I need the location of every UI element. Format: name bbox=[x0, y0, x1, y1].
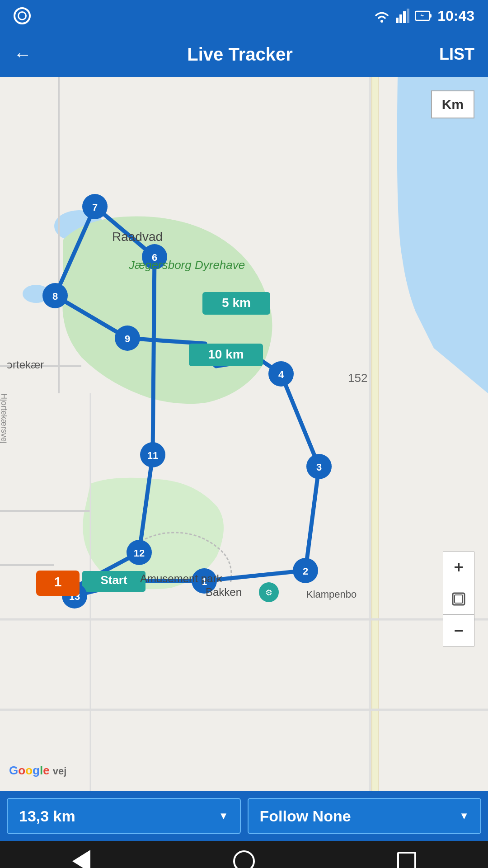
status-bar: 10:43 bbox=[0, 0, 488, 32]
svg-text:2: 2 bbox=[303, 566, 308, 577]
svg-text:Klampenbo: Klampenbo bbox=[306, 589, 357, 600]
svg-text:8: 8 bbox=[52, 291, 58, 302]
zoom-out-button[interactable]: − bbox=[443, 615, 474, 646]
svg-text:⚙: ⚙ bbox=[265, 588, 272, 597]
svg-rect-3 bbox=[403, 11, 406, 23]
svg-rect-2 bbox=[399, 14, 402, 23]
status-time: 10:43 bbox=[437, 8, 474, 24]
bottom-bar: 13,3 km ▼ Follow None ▼ bbox=[0, 791, 488, 841]
status-indicator-icon bbox=[14, 7, 31, 24]
signal-icon bbox=[396, 9, 409, 23]
svg-text:5 km: 5 km bbox=[222, 296, 251, 310]
svg-rect-62 bbox=[455, 595, 463, 603]
wifi-icon bbox=[373, 9, 390, 23]
follow-dropdown[interactable]: Follow None ▼ bbox=[248, 798, 482, 834]
svg-text:3: 3 bbox=[316, 462, 322, 473]
google-logo: Google vej bbox=[9, 764, 66, 778]
svg-text:10 km: 10 km bbox=[208, 347, 244, 361]
follow-arrow-icon: ▼ bbox=[459, 810, 469, 822]
home-circle-icon bbox=[233, 850, 255, 868]
nav-bar bbox=[0, 841, 488, 868]
nav-home-button[interactable] bbox=[230, 848, 258, 868]
status-right: 10:43 bbox=[373, 8, 474, 24]
svg-text:12: 12 bbox=[134, 547, 145, 559]
distance-dropdown[interactable]: 13,3 km ▼ bbox=[7, 798, 241, 834]
page-title: Live Tracker bbox=[41, 44, 439, 65]
svg-text:1: 1 bbox=[54, 574, 62, 589]
map-background: ⚙ 5 km 10 km Start 1 2 3 4 6 7 8 bbox=[0, 77, 488, 791]
layers-icon bbox=[450, 590, 467, 608]
battery-icon bbox=[415, 9, 432, 22]
svg-text:Jægersborg Dyrehave: Jægersborg Dyrehave bbox=[128, 258, 245, 272]
svg-point-0 bbox=[380, 20, 383, 23]
svg-text:Hjortekærsvej: Hjortekærsvej bbox=[0, 393, 9, 443]
svg-rect-6 bbox=[430, 14, 432, 18]
zoom-controls: + − bbox=[443, 552, 474, 646]
back-button[interactable]: ← bbox=[14, 40, 41, 69]
zoom-in-button[interactable]: + bbox=[443, 552, 474, 583]
svg-marker-7 bbox=[420, 13, 424, 19]
svg-text:ɔrtekær: ɔrtekær bbox=[7, 359, 44, 371]
back-triangle-icon bbox=[72, 850, 90, 868]
svg-rect-4 bbox=[407, 9, 409, 23]
svg-text:Start: Start bbox=[100, 573, 127, 587]
map-area[interactable]: ⚙ 5 km 10 km Start 1 2 3 4 6 7 8 bbox=[0, 77, 488, 791]
svg-text:9: 9 bbox=[125, 333, 130, 344]
list-button[interactable]: LIST bbox=[439, 45, 474, 64]
svg-text:152: 152 bbox=[348, 371, 367, 385]
svg-rect-1 bbox=[396, 18, 399, 23]
zoom-map-button[interactable] bbox=[443, 583, 474, 615]
distance-arrow-icon: ▼ bbox=[219, 810, 229, 822]
svg-text:11: 11 bbox=[147, 450, 158, 461]
km-button[interactable]: Km bbox=[431, 90, 474, 118]
svg-text:Raadvad: Raadvad bbox=[112, 230, 163, 244]
recent-square-icon bbox=[397, 852, 416, 868]
follow-label: Follow None bbox=[260, 807, 351, 825]
svg-text:4: 4 bbox=[278, 369, 284, 380]
top-bar: ← Live Tracker LIST bbox=[0, 32, 488, 77]
distance-label: 13,3 km bbox=[19, 807, 75, 825]
svg-text:Amusement park: Amusement park bbox=[140, 572, 222, 585]
status-left bbox=[14, 7, 31, 24]
svg-text:7: 7 bbox=[92, 202, 98, 213]
svg-text:Bakken: Bakken bbox=[206, 586, 242, 598]
nav-recent-button[interactable] bbox=[393, 848, 420, 868]
nav-back-button[interactable] bbox=[68, 848, 95, 868]
